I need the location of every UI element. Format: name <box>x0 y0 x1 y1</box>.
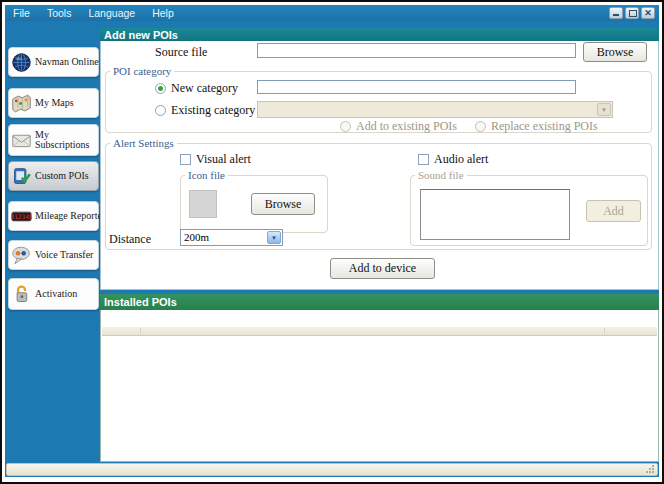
existing-category-radio-row[interactable]: Existing category <box>155 103 255 118</box>
menu-file[interactable]: File <box>13 7 30 19</box>
replace-existing-radio <box>475 121 486 132</box>
menu-tools[interactable]: Tools <box>47 7 72 19</box>
source-file-label: Source file <box>155 45 207 60</box>
sidebar-item-my-maps[interactable]: My Maps <box>8 88 99 118</box>
poi-category-group-label: POI category <box>110 65 174 77</box>
minimize-icon[interactable] <box>609 7 623 19</box>
new-category-input[interactable] <box>257 80 576 94</box>
device-icon <box>11 166 32 187</box>
replace-existing-label: Replace existing POIs <box>491 119 598 133</box>
application-window: File Tools Language Help ✕ Navman Online <box>0 0 664 484</box>
sidebar-item-custom-pois[interactable]: Custom POIs <box>8 161 99 191</box>
sound-file-listbox[interactable] <box>420 189 570 240</box>
new-category-radio-row[interactable]: New category <box>155 81 238 96</box>
chevron-down-icon: ▼ <box>597 103 611 116</box>
sidebar: Navman Online My Maps My Subscriptions C… <box>5 21 102 462</box>
sound-file-group-label: Sound file <box>415 169 467 181</box>
odometer-icon: 012345 <box>11 206 32 227</box>
sidebar-item-my-subscriptions[interactable]: My Subscriptions <box>8 124 99 156</box>
icon-browse-button[interactable]: Browse <box>251 193 315 215</box>
icon-preview <box>189 190 217 218</box>
existing-category-label: Existing category <box>171 103 255 117</box>
installed-pois-header: Installed POIs <box>100 294 659 310</box>
distance-select-value: 200m <box>184 231 209 243</box>
audio-alert-label: Audio alert <box>434 152 488 166</box>
menu-help[interactable]: Help <box>152 7 174 19</box>
globe-icon <box>11 52 32 73</box>
status-bar <box>6 463 658 476</box>
app-background: File Tools Language Help ✕ Navman Online <box>5 5 659 477</box>
visual-alert-label: Visual alert <box>196 152 251 166</box>
sidebar-item-voice-transfer[interactable]: Voice Transfer <box>8 240 99 270</box>
sidebar-item-label: Activation <box>35 289 77 300</box>
installed-pois-list[interactable] <box>102 337 657 460</box>
audio-alert-checkbox-row[interactable]: Audio alert <box>418 152 488 167</box>
add-to-existing-radio-row: Add to existing POIs <box>340 119 457 134</box>
resize-grip-icon[interactable] <box>645 464 654 473</box>
sidebar-item-label: My Maps <box>35 98 74 109</box>
add-new-pois-header: Add new POIs <box>100 28 659 41</box>
menu-bar: File Tools Language Help ✕ <box>5 5 659 21</box>
visual-alert-checkbox-row[interactable]: Visual alert <box>180 152 251 167</box>
replace-existing-radio-row: Replace existing POIs <box>475 119 598 134</box>
new-category-label: New category <box>171 81 238 95</box>
distance-label: Distance <box>109 232 151 247</box>
sidebar-item-activation[interactable]: Activation <box>8 278 99 310</box>
sound-add-button: Add <box>586 200 641 222</box>
add-new-pois-panel: Add new POIs Source file Browse POI cate… <box>100 28 659 290</box>
add-to-existing-radio <box>340 121 351 132</box>
sidebar-item-label: Custom POIs <box>35 171 89 182</box>
distance-select[interactable]: 200m ▼ <box>180 229 283 246</box>
installed-pois-panel: Installed POIs <box>100 294 659 462</box>
existing-category-select: ▼ <box>257 101 613 118</box>
alert-settings-group-label: Alert Settings <box>110 137 177 149</box>
menu-language[interactable]: Language <box>88 7 135 19</box>
sidebar-item-label: Voice Transfer <box>35 250 93 261</box>
sidebar-item-mileage-reporter[interactable]: 012345 Mileage Reporter <box>8 201 99 231</box>
column-separator <box>140 328 141 334</box>
installed-pois-column-header[interactable] <box>102 327 657 336</box>
svg-text:012345: 012345 <box>11 212 32 219</box>
speech-bubble-icon <box>11 245 32 266</box>
window-controls: ✕ <box>609 7 655 19</box>
restore-icon[interactable] <box>625 7 639 19</box>
visual-alert-checkbox[interactable] <box>180 154 191 165</box>
sidebar-item-label: Mileage Reporter <box>35 211 105 222</box>
sidebar-item-navman-online[interactable]: Navman Online <box>8 47 99 77</box>
new-category-radio[interactable] <box>155 83 166 94</box>
chevron-down-icon: ▼ <box>267 231 281 244</box>
existing-category-radio[interactable] <box>155 105 166 116</box>
installed-pois-body <box>100 310 659 462</box>
source-file-input[interactable] <box>257 43 576 58</box>
icon-file-group-label: Icon file <box>185 169 228 181</box>
audio-alert-checkbox[interactable] <box>418 154 429 165</box>
source-browse-button[interactable]: Browse <box>583 42 647 62</box>
add-to-existing-label: Add to existing POIs <box>356 119 457 133</box>
column-separator <box>604 328 605 334</box>
add-to-device-button[interactable]: Add to device <box>330 258 435 279</box>
menu: File Tools Language Help <box>5 7 174 19</box>
sidebar-item-label: My Subscriptions <box>35 130 96 151</box>
padlock-icon <box>11 284 32 305</box>
close-icon[interactable]: ✕ <box>641 7 655 19</box>
envelope-icon <box>11 130 32 151</box>
map-icon <box>11 93 32 114</box>
sidebar-item-label: Navman Online <box>35 57 99 68</box>
